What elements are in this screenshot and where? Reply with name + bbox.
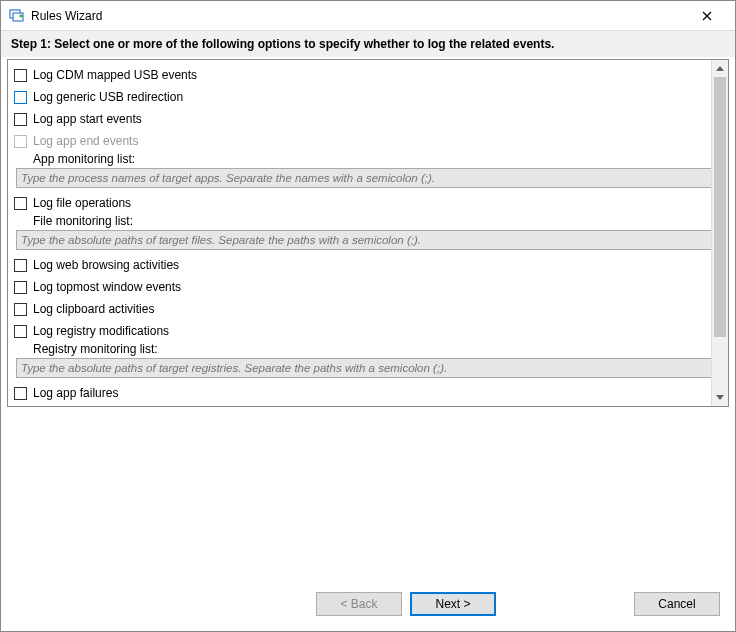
label-registry: Log registry modifications [33,321,169,341]
label-registry-monitoring: Registry monitoring list: [33,342,705,356]
label-topmost: Log topmost window events [33,277,181,297]
close-button[interactable] [687,2,727,30]
option-app-start: Log app start events [14,108,705,130]
checkbox-web[interactable] [14,259,27,272]
option-topmost: Log topmost window events [14,276,705,298]
checkbox-registry[interactable] [14,325,27,338]
label-app-failures: Log app failures [33,383,118,403]
option-app-end: Log app end events [14,130,705,152]
scroll-thumb[interactable] [714,77,726,337]
options-panel: Log CDM mapped USB events Log generic US… [7,59,729,407]
window-title: Rules Wizard [31,9,687,23]
checkbox-clipboard[interactable] [14,303,27,316]
option-web: Log web browsing activities [14,254,705,276]
label-generic-usb: Log generic USB redirection [33,87,183,107]
label-web: Log web browsing activities [33,255,179,275]
input-registry-monitoring[interactable] [16,358,711,378]
scroll-up-icon[interactable] [712,60,728,77]
titlebar: Rules Wizard [1,1,735,31]
label-app-monitoring: App monitoring list: [33,152,705,166]
input-file-monitoring[interactable] [16,230,711,250]
label-app-end: Log app end events [33,131,138,151]
scrollbar[interactable] [711,60,728,406]
next-button[interactable]: Next > [410,592,496,616]
label-file-monitoring: File monitoring list: [33,214,705,228]
checkbox-file-ops[interactable] [14,197,27,210]
cancel-button[interactable]: Cancel [634,592,720,616]
checkbox-app-end [14,135,27,148]
step-heading: Step 1: Select one or more of the follow… [1,31,735,57]
option-file-ops: Log file operations [14,192,705,214]
label-clipboard: Log clipboard activities [33,299,154,319]
label-app-start: Log app start events [33,109,142,129]
checkbox-topmost[interactable] [14,281,27,294]
checkbox-app-failures[interactable] [14,387,27,400]
input-app-monitoring[interactable] [16,168,711,188]
options-list: Log CDM mapped USB events Log generic US… [8,60,711,406]
option-registry: Log registry modifications [14,320,705,342]
label-file-ops: Log file operations [33,193,131,213]
scroll-down-icon[interactable] [712,389,728,406]
option-generic-usb: Log generic USB redirection [14,86,705,108]
option-cdm-usb: Log CDM mapped USB events [14,64,705,86]
scroll-track[interactable] [712,337,728,389]
checkbox-app-start[interactable] [14,113,27,126]
label-cdm-usb: Log CDM mapped USB events [33,65,197,85]
option-clipboard: Log clipboard activities [14,298,705,320]
back-button: < Back [316,592,402,616]
checkbox-generic-usb[interactable] [14,91,27,104]
checkbox-cdm-usb[interactable] [14,69,27,82]
app-icon [9,8,25,24]
option-app-failures: Log app failures [14,382,705,404]
footer-buttons: < Back Next > Cancel [316,592,720,616]
